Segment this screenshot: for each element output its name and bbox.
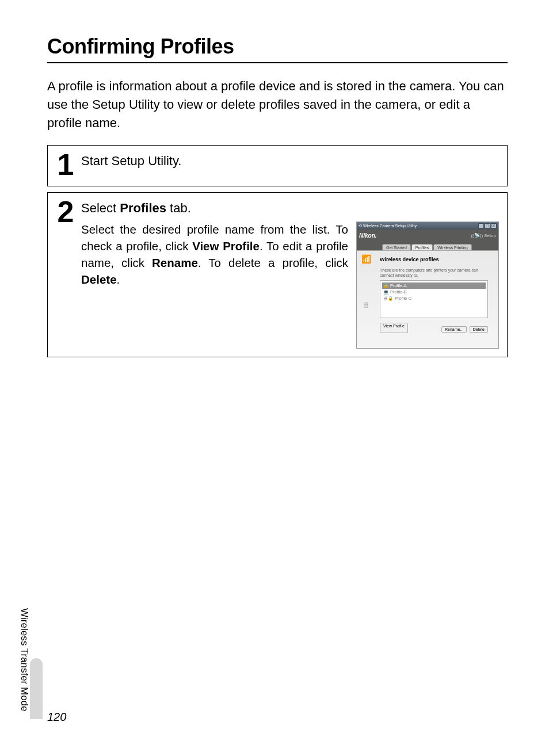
panel-subtext: These are the computers and printers you… (380, 268, 488, 278)
minimize-button[interactable]: _ (478, 223, 484, 228)
printer-lock-icon: 🖨🔒 (383, 296, 393, 301)
device-icon: 🖥 (360, 300, 372, 312)
step-2-box: 2 Select Profiles tab. Select the desire… (47, 192, 508, 357)
window-title-text: Wireless Camera Setup Utility (363, 224, 417, 228)
tab-profiles[interactable]: Profiles (411, 244, 433, 250)
step-2-text-1f: Delete (81, 273, 117, 286)
profile-item-b[interactable]: 💻Profile-B (382, 289, 486, 295)
tab-get-started[interactable]: Get Started (382, 244, 411, 250)
rename-button[interactable]: Rename... (441, 326, 467, 333)
section-tab-shape (30, 658, 43, 719)
page-title: Confirming Profiles (47, 35, 508, 59)
maximize-button[interactable]: ▢ (485, 223, 490, 228)
profile-c-label: Profile-C (395, 296, 411, 301)
step-2-text-1e: . To delete a profile, click (198, 256, 348, 269)
view-profile-button[interactable]: View Profile (380, 323, 408, 333)
step-1-number: 1 (52, 151, 79, 178)
profile-a-label: Profile-A (390, 283, 407, 288)
section-label: Wireless Transfer Mode (18, 608, 30, 720)
step-2-head-pre: Select (81, 201, 120, 215)
step-1-heading: Start Setup Utility. (81, 154, 499, 169)
close-button[interactable]: X (491, 223, 497, 228)
brand-setup-label: ((📡))Setup (471, 233, 496, 238)
window-titlebar: ⟲ Wireless Camera Setup Utility _ ▢ X (357, 222, 498, 230)
computer-icon: 💻 (383, 289, 388, 295)
section-side-tab: Wireless Transfer Mode (18, 608, 43, 720)
setup-utility-screenshot: ⟲ Wireless Camera Setup Utility _ ▢ X Ni… (356, 222, 499, 349)
brand-logo: Nikon. (359, 232, 377, 239)
brand-bar: Nikon. ((📡))Setup (357, 230, 498, 241)
wifi-icon: 📶 (360, 254, 372, 266)
titlebar-icon: ⟲ Wireless Camera Setup Utility (359, 224, 417, 228)
profile-b-label: Profile-B (390, 289, 407, 295)
step-2-head-post: tab. (166, 201, 191, 215)
antenna-icon: ((📡)) (471, 233, 483, 238)
page-number: 120 (47, 711, 66, 724)
lock-icon: 🔒 (383, 283, 388, 288)
title-rule (47, 62, 508, 63)
button-row: View Profile Rename... Delete (380, 323, 488, 333)
step-2-text-1b: View Profile (192, 239, 260, 253)
delete-button[interactable]: Delete (470, 326, 488, 333)
step-1-box: 1 Start Setup Utility. (47, 145, 508, 187)
profiles-listbox[interactable]: 🔒Profile-A 💻Profile-B 🖨🔒Profile-C (380, 280, 488, 318)
panel-canvas: 📶 🖥 Wireless device profiles These are t… (357, 250, 498, 348)
tab-row: Get Started Profiles Wireless Printing (357, 240, 498, 250)
step-2-heading: Select Profiles tab. (81, 201, 499, 216)
panel-heading: Wireless device profiles (380, 257, 488, 262)
step-2-body: Select the desired profile name from the… (81, 222, 348, 288)
step-2-text-1d: Rename (152, 256, 198, 269)
step-2-number: 2 (52, 198, 79, 226)
profile-item-a[interactable]: 🔒Profile-A (382, 282, 486, 289)
profile-item-c[interactable]: 🖨🔒Profile-C (382, 295, 486, 301)
step-2-text-1g: . (117, 273, 120, 286)
intro-paragraph: A profile is information about a profile… (47, 77, 508, 132)
tab-wireless-printing[interactable]: Wireless Printing (433, 244, 472, 250)
step-2-head-bold: Profiles (120, 201, 166, 215)
